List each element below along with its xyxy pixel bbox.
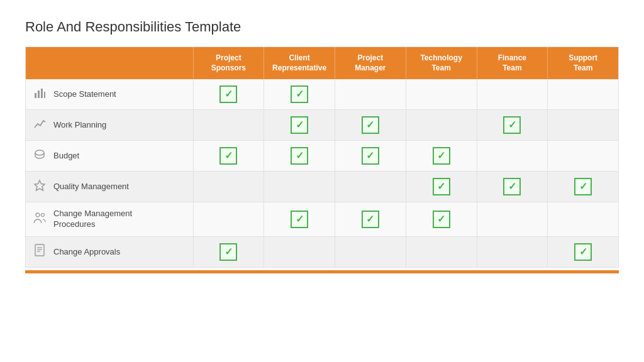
page-title: Role And Responsibilities Template (25, 19, 619, 35)
row-label-2: Budget (53, 151, 79, 162)
cell-1-4 (477, 110, 548, 141)
cell-5-5 (548, 236, 619, 267)
svg-rect-1 (38, 90, 40, 98)
table-row: Scope Statement (26, 79, 619, 110)
cell-3-0 (193, 172, 264, 202)
cell-5-3 (406, 236, 477, 267)
checkmark-icon (291, 211, 308, 228)
row-label-5: Change Approvals (53, 247, 120, 258)
row-title-3: Quality Management (26, 172, 194, 202)
checkmark-icon (291, 85, 308, 103)
table-row: Work Planning (26, 110, 619, 141)
cell-5-0 (193, 236, 264, 267)
svg-point-7 (42, 213, 45, 216)
checkmark-icon (433, 178, 450, 195)
row-title-0: Scope Statement (26, 79, 194, 110)
star-icon (32, 179, 47, 195)
cell-5-2 (335, 236, 406, 267)
table-row: Change Approvals (26, 236, 619, 267)
line-chart-icon (32, 118, 47, 133)
cell-2-1 (264, 141, 335, 172)
cell-4-4 (477, 202, 548, 237)
cell-0-3 (406, 79, 477, 110)
col-header-0: ProjectSponsors (193, 47, 264, 80)
cell-3-4 (477, 172, 548, 202)
cell-4-1 (264, 202, 335, 237)
col-header-3: TechnologyTeam (406, 47, 477, 80)
checkmark-icon (362, 211, 379, 228)
col-header-4: FinanceTeam (477, 47, 548, 80)
checkmark-icon (362, 116, 379, 134)
row-title-1: Work Planning (26, 110, 194, 141)
svg-marker-5 (35, 180, 45, 190)
cell-1-0 (193, 110, 264, 141)
table-row: Budget (26, 141, 619, 172)
row-title-5: Change Approvals (26, 236, 194, 267)
cell-4-0 (193, 202, 264, 237)
svg-rect-2 (41, 89, 43, 98)
checkmark-icon (219, 85, 237, 103)
cell-2-2 (335, 141, 406, 172)
cell-0-0 (193, 79, 264, 110)
checkmark-icon (219, 243, 237, 261)
roles-table: ProjectSponsors ClientRepresentative Pro… (25, 47, 619, 268)
checkmark-icon (433, 211, 450, 228)
checkmark-icon (503, 178, 521, 195)
cell-4-3 (406, 202, 477, 237)
row-label-0: Scope Statement (53, 89, 116, 100)
row-label-1: Work Planning (53, 120, 106, 131)
table-row: Change ManagementProcedures (26, 202, 619, 237)
cell-0-5 (548, 79, 619, 110)
svg-point-6 (36, 213, 40, 217)
cell-5-4 (477, 236, 548, 267)
cell-0-1 (264, 79, 335, 110)
cell-3-3 (406, 172, 477, 202)
svg-rect-8 (35, 244, 44, 256)
col-header-2: ProjectManager (335, 47, 406, 80)
bar-chart-icon (32, 87, 47, 102)
checkmark-icon (574, 243, 592, 261)
row-title-2: Budget (26, 141, 194, 172)
cell-1-2 (335, 110, 406, 141)
cell-0-4 (477, 79, 548, 110)
col-header-title (26, 47, 194, 80)
cell-1-1 (264, 110, 335, 141)
cell-1-3 (406, 110, 477, 141)
checkmark-icon (574, 178, 592, 195)
checkmark-icon (219, 147, 237, 165)
cell-4-5 (548, 202, 619, 237)
cell-5-1 (264, 236, 335, 267)
svg-point-4 (35, 150, 44, 155)
checkmark-icon (291, 147, 308, 165)
col-header-5: SupportTeam (548, 47, 619, 80)
cell-3-5 (548, 172, 619, 202)
row-label-4: Change ManagementProcedures (53, 209, 132, 230)
coins-icon (32, 148, 47, 164)
cell-3-2 (335, 172, 406, 202)
checkmark-icon (433, 147, 450, 165)
row-title-4: Change ManagementProcedures (26, 202, 194, 237)
row-label-3: Quality Management (53, 182, 129, 192)
checkmark-icon (503, 116, 521, 134)
people-icon (32, 212, 47, 228)
cell-3-1 (264, 172, 335, 202)
checkmark-icon (291, 116, 308, 134)
bottom-bar (25, 270, 619, 273)
cell-4-2 (335, 202, 406, 237)
cell-2-4 (477, 141, 548, 172)
cell-1-5 (548, 110, 619, 141)
document-icon (32, 244, 47, 260)
checkmark-icon (362, 147, 379, 165)
cell-0-2 (335, 79, 406, 110)
table-row: Quality Management (26, 172, 619, 202)
cell-2-5 (548, 141, 619, 172)
cell-2-0 (193, 141, 264, 172)
cell-2-3 (406, 141, 477, 172)
svg-rect-3 (44, 92, 45, 98)
svg-rect-0 (35, 93, 36, 98)
col-header-1: ClientRepresentative (264, 47, 335, 80)
